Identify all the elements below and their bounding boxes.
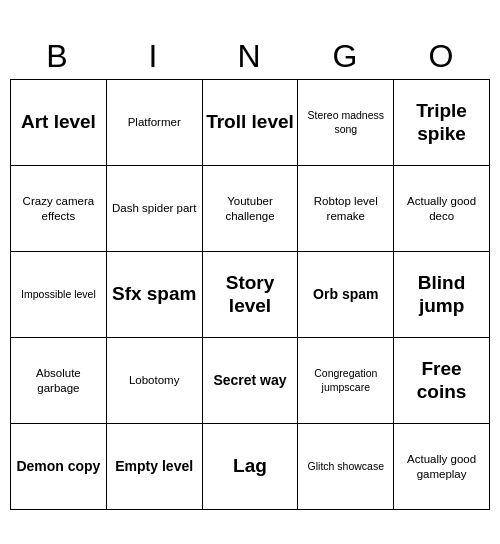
bingo-cell-22[interactable]: Lag	[203, 424, 299, 510]
cell-text-23: Glitch showcase	[308, 460, 384, 473]
bingo-cell-13[interactable]: Orb spam	[298, 252, 394, 338]
cell-text-24: Actually good gameplay	[397, 452, 486, 481]
bingo-cell-16[interactable]: Lobotomy	[107, 338, 203, 424]
cell-text-4: Triple spike	[397, 100, 486, 146]
cell-text-5: Crazy camera effects	[14, 194, 103, 223]
bingo-cell-21[interactable]: Empty level	[107, 424, 203, 510]
bingo-cell-1[interactable]: Platformer	[107, 80, 203, 166]
bingo-cell-18[interactable]: Congregation jumpscare	[298, 338, 394, 424]
cell-text-13: Orb spam	[313, 286, 378, 303]
cell-text-14: Blind jump	[397, 272, 486, 318]
bingo-cell-5[interactable]: Crazy camera effects	[11, 166, 107, 252]
bingo-cell-11[interactable]: Sfx spam	[107, 252, 203, 338]
cell-text-17: Secret way	[213, 372, 286, 389]
header-i: I	[106, 34, 202, 79]
cell-text-1: Platformer	[128, 115, 181, 129]
bingo-card: B I N G O Art levelPlatformerTroll level…	[10, 34, 490, 510]
bingo-cell-6[interactable]: Dash spider part	[107, 166, 203, 252]
cell-text-16: Lobotomy	[129, 373, 180, 387]
cell-text-20: Demon copy	[16, 458, 100, 475]
cell-text-21: Empty level	[115, 458, 193, 475]
cell-text-18: Congregation jumpscare	[301, 367, 390, 393]
bingo-grid: Art levelPlatformerTroll levelStereo mad…	[10, 79, 490, 510]
bingo-cell-10[interactable]: Impossible level	[11, 252, 107, 338]
bingo-cell-17[interactable]: Secret way	[203, 338, 299, 424]
cell-text-8: Robtop level remake	[301, 194, 390, 223]
bingo-cell-8[interactable]: Robtop level remake	[298, 166, 394, 252]
bingo-cell-7[interactable]: Youtuber challenge	[203, 166, 299, 252]
cell-text-22: Lag	[233, 455, 267, 478]
header-n: N	[202, 34, 298, 79]
bingo-cell-19[interactable]: Free coins	[394, 338, 490, 424]
cell-text-11: Sfx spam	[112, 283, 196, 306]
bingo-cell-15[interactable]: Absolute garbage	[11, 338, 107, 424]
cell-text-7: Youtuber challenge	[206, 194, 295, 223]
bingo-cell-20[interactable]: Demon copy	[11, 424, 107, 510]
bingo-cell-23[interactable]: Glitch showcase	[298, 424, 394, 510]
cell-text-9: Actually good deco	[397, 194, 486, 223]
header-b: B	[10, 34, 106, 79]
bingo-cell-14[interactable]: Blind jump	[394, 252, 490, 338]
cell-text-3: Stereo madness song	[301, 109, 390, 135]
header-o: O	[394, 34, 490, 79]
cell-text-2: Troll level	[206, 111, 294, 134]
cell-text-6: Dash spider part	[112, 201, 196, 215]
cell-text-10: Impossible level	[21, 288, 96, 301]
bingo-cell-2[interactable]: Troll level	[203, 80, 299, 166]
bingo-header: B I N G O	[10, 34, 490, 79]
bingo-cell-0[interactable]: Art level	[11, 80, 107, 166]
bingo-cell-24[interactable]: Actually good gameplay	[394, 424, 490, 510]
header-g: G	[298, 34, 394, 79]
cell-text-0: Art level	[21, 111, 96, 134]
bingo-cell-3[interactable]: Stereo madness song	[298, 80, 394, 166]
cell-text-19: Free coins	[397, 358, 486, 404]
bingo-cell-12[interactable]: Story level	[203, 252, 299, 338]
bingo-cell-9[interactable]: Actually good deco	[394, 166, 490, 252]
cell-text-12: Story level	[206, 272, 295, 318]
cell-text-15: Absolute garbage	[14, 366, 103, 395]
bingo-cell-4[interactable]: Triple spike	[394, 80, 490, 166]
